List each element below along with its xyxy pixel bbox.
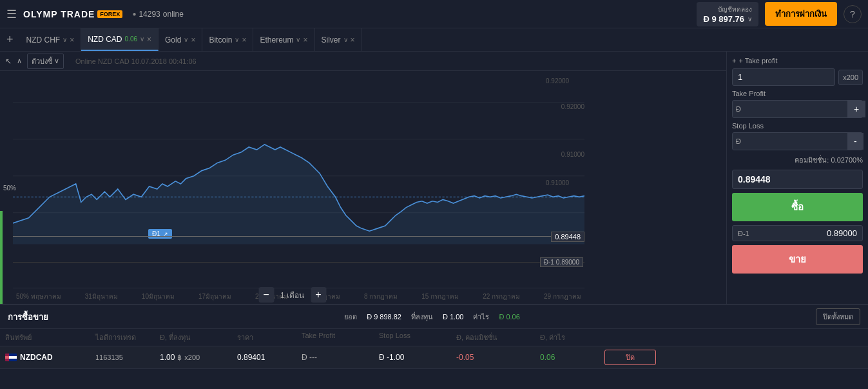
tab-close-icon[interactable]: ×	[303, 35, 307, 45]
stop-loss-input[interactable]	[744, 134, 847, 149]
chart-info-text: Online NZD CAD 10.07.2018 00:41:06	[75, 57, 197, 65]
left-indicator-bar	[0, 211, 3, 304]
stop-loss-sub-button[interactable]: -	[847, 133, 863, 150]
chevron-down-icon: ∨	[296, 36, 300, 43]
table-row: NZDCAD 1163135 1.00 ฿ x200 0.89401 Ð ---…	[0, 346, 868, 369]
zoom-out-button[interactable]: −	[258, 287, 274, 303]
tab-close-icon[interactable]: ×	[191, 35, 195, 45]
currency-prefix-icon: Ð	[733, 137, 744, 145]
tab-ethereum[interactable]: Ethereum ∨ ×	[253, 28, 314, 51]
stop-loss-section: Stop Loss Ð -	[732, 122, 863, 150]
header-right: บัญชีทดลอง Ð 9 897.76 ∨ ทำการฝากเงิน ?	[697, 2, 862, 26]
close-all-button[interactable]: ปิดทั้งหมด	[816, 308, 860, 325]
buy-button[interactable]: ซื้อ	[732, 193, 863, 221]
stop-loss-label-text: Stop Loss	[732, 122, 863, 130]
order-label[interactable]: Ð1 ↗	[148, 229, 172, 239]
tab-change: 0.06	[125, 35, 137, 43]
bottom-panel: การซื้อขาย ยอด Ð 9 898.82 ที่ลงทุน Ð 1.0…	[0, 304, 868, 388]
close-trade-button[interactable]: ปิด	[604, 350, 656, 365]
time-label: 8 กรกฎาคม	[364, 292, 398, 301]
col-stoploss: Stop Loss	[379, 332, 456, 343]
stop-loss-cell: Ð -1.00	[379, 353, 456, 362]
logo: OLYMP TRADE FOREX	[23, 9, 122, 19]
col-profit: Ð, ค่าไร	[540, 332, 604, 343]
account-info[interactable]: บัญชีทดลอง Ð 9 897.76 ∨	[697, 2, 758, 26]
col-action	[604, 332, 656, 343]
summary-balance-value: Ð 9 898.82	[367, 313, 401, 321]
take-profit-input[interactable]	[744, 101, 847, 117]
trades-summary: ยอด Ð 9 898.82 ที่ลงทุน Ð 1.00 ค่าไร Ð 0…	[344, 311, 520, 323]
tab-close-icon[interactable]: ×	[242, 35, 246, 45]
take-profit-input-row: Ð +	[732, 100, 863, 118]
tabs-bar: + NZD CHF ∨ × NZD CAD 0.06 ∨ × Gold ∨ × …	[0, 28, 868, 52]
time-label: 31มิถุนาคม	[85, 292, 118, 301]
help-button[interactable]: ?	[844, 5, 862, 23]
multiplier-label: x200	[838, 70, 863, 85]
chart-toolbar: ↖ ∧ ตัวบ่งชี้ ∨ Online NZD CAD 10.07.201…	[0, 52, 726, 71]
account-balance: Ð 9 897.76	[703, 14, 744, 24]
chevron-down-icon: ∨	[747, 15, 752, 23]
trade-id: 1163135	[95, 354, 160, 361]
col-commission: Ð, คอมมิชชั่น	[456, 332, 540, 343]
chart-section: ↖ ∧ ตัวบ่งชี้ ∨ Online NZD CAD 10.07.201…	[0, 52, 726, 304]
amount-input[interactable]	[732, 68, 835, 86]
indicator-label: ตัวบ่งชี้	[32, 55, 52, 67]
chevron-down-icon: ∨	[343, 36, 348, 43]
price-display: 0.89448	[732, 170, 863, 189]
chevron-down-icon: ∨	[235, 36, 239, 43]
tab-close-icon[interactable]: ×	[70, 35, 74, 45]
tab-label: Bitcoin	[209, 35, 232, 45]
col-invest: Ð, ที่ลงทุน	[160, 332, 237, 343]
y-label-high: 0.92000	[546, 77, 581, 85]
tab-nzdchf[interactable]: NZD CHF ∨ ×	[20, 28, 82, 51]
tab-gold[interactable]: Gold ∨ ×	[159, 28, 202, 51]
stop-loss-input-row: Ð -	[732, 132, 863, 150]
price-cell: 0.89401	[237, 353, 302, 362]
trades-table-header: สินทรัพย์ ไอดีการเทรด Ð, ที่ลงทุน ราคา T…	[0, 329, 868, 346]
logo-badge: FOREX	[97, 10, 122, 18]
header: ☰ OLYMP TRADE FOREX ● 14293 online บัญชี…	[0, 0, 868, 28]
take-profit-add-button[interactable]: +	[847, 101, 865, 117]
invest-value: 1.00	[160, 353, 175, 362]
sell-price-value: 0.89000	[827, 228, 857, 238]
hamburger-icon[interactable]: ☰	[6, 7, 17, 21]
chevron-down-icon: ∨	[184, 36, 188, 43]
col-takeprofit: Take Profit	[302, 332, 379, 343]
asset-name: NZDCAD	[20, 353, 53, 362]
tab-close-icon[interactable]: ×	[147, 35, 151, 44]
indicator-btn[interactable]: ตัวบ่งชี้ ∨	[27, 54, 64, 69]
indicator-arrow-icon: ∧	[17, 57, 22, 65]
zoom-control: − 1 เดือน +	[258, 287, 326, 303]
cursor-icon[interactable]: ↖	[5, 57, 12, 66]
time-label: 10มิถุนาคม	[142, 292, 175, 301]
summary-invest-value: Ð 1.00	[443, 313, 463, 321]
invest-unit: ฿	[177, 354, 182, 362]
col-tradeid: ไอดีการเทรด	[95, 332, 160, 343]
add-tab-icon[interactable]: +	[3, 33, 17, 46]
zoom-in-button[interactable]: +	[311, 287, 326, 303]
y-label-mid: 0.91000	[546, 179, 581, 186]
take-profit-toggle[interactable]: + + Take profit	[732, 57, 863, 65]
asset-cell: NZDCAD	[5, 353, 95, 362]
logo-text: OLYMP TRADE	[23, 9, 95, 19]
tab-close-icon[interactable]: ×	[351, 35, 355, 45]
col-asset: สินทรัพย์	[5, 332, 95, 343]
deposit-button[interactable]: ทำการฝากเงิน	[765, 2, 837, 26]
summary-balance-label: ยอด	[344, 311, 357, 323]
chevron-down-icon: ∨	[63, 36, 67, 43]
summary-fee-value: Ð 0.06	[499, 313, 519, 321]
current-price-indicator	[13, 236, 584, 237]
amount-row: x200	[732, 68, 863, 86]
tab-silver[interactable]: Silver ∨ ×	[315, 28, 362, 51]
tab-bitcoin[interactable]: Bitcoin ∨ ×	[202, 28, 253, 51]
tab-nzdcad[interactable]: NZD CAD 0.06 ∨ ×	[81, 28, 159, 51]
trades-header: การซื้อขาย ยอด Ð 9 898.82 ที่ลงทุน Ð 1.0…	[0, 305, 868, 329]
sell-button[interactable]: ขาย	[732, 245, 863, 274]
tab-label: NZD CHF	[26, 35, 61, 45]
time-label: 29 กรกฎาคม	[544, 292, 581, 301]
plus-icon: +	[732, 57, 736, 65]
take-profit-section: Take Profit Ð +	[732, 90, 863, 118]
svg-marker-5	[13, 145, 584, 244]
sell-order-tag: Ð-1	[738, 230, 749, 237]
period-label: 1 เดือน	[280, 289, 304, 301]
